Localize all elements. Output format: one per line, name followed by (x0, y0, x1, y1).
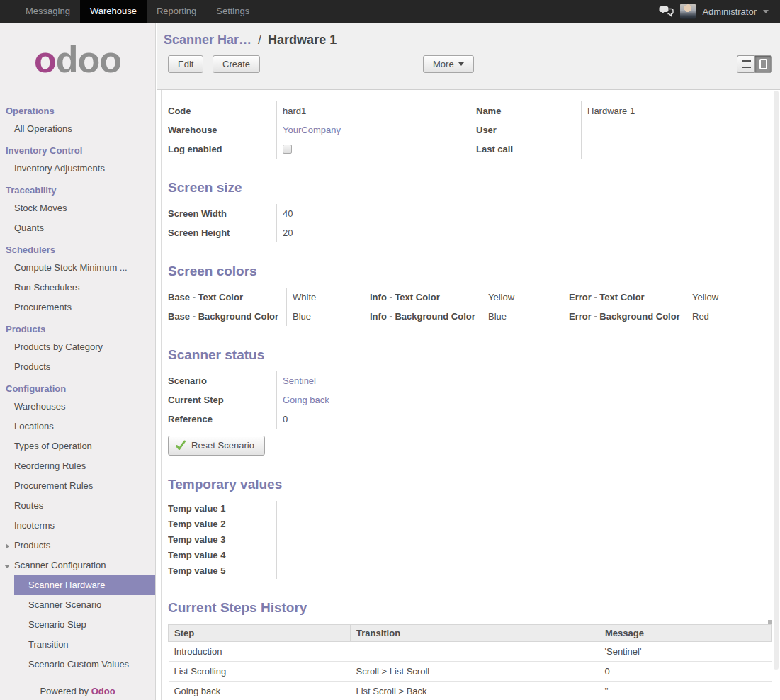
main-content: Scanner Har… / Hardware 1 Edit Create Mo… (157, 23, 780, 700)
menu-messaging[interactable]: Messaging (16, 0, 80, 23)
sidebar-item-routes[interactable]: Routes (0, 496, 155, 516)
table-row[interactable]: Going back List Scroll > Back '' (169, 682, 772, 700)
temp-value-4-value (276, 548, 531, 563)
screen-size-fields: Screen Width 40 Screen Height 20 (168, 204, 780, 242)
vertical-scrollbar[interactable] (774, 91, 779, 670)
sidebar-item-warehouses[interactable]: Warehouses (0, 397, 155, 417)
sidebar-item-inventory-adjustments[interactable]: Inventory Adjustments (0, 159, 155, 179)
sidebar-item-incoterms[interactable]: Incoterms (0, 516, 155, 536)
view-switcher (737, 55, 772, 73)
main-menu: Messaging Warehouse Reporting Settings (16, 0, 259, 23)
base-text-color-label: Base - Text Color (168, 288, 286, 307)
sidebar-item-locations[interactable]: Locations (0, 417, 155, 436)
sidebar-item-stock-moves[interactable]: Stock Moves (0, 198, 155, 218)
menu-reporting[interactable]: Reporting (147, 0, 206, 23)
user-avatar[interactable] (680, 4, 696, 19)
list-icon (742, 60, 751, 68)
temp-value-5-value (276, 563, 531, 579)
sidebar-item-products-by-category[interactable]: Products by Category (0, 337, 155, 357)
table-row[interactable]: Introduction 'Sentinel' (169, 642, 772, 662)
name-label: Name (476, 101, 581, 120)
edit-button[interactable]: Edit (168, 55, 203, 73)
button-row: Edit Create More (157, 55, 780, 74)
info-text-color-value: Yellow (482, 288, 569, 307)
sidebar-item-run-schedulers[interactable]: Run Schedulers (0, 278, 155, 298)
column-header-transition[interactable]: Transition (351, 625, 599, 642)
table-corner-handle (768, 620, 772, 624)
screen-width-label: Screen Width (168, 204, 276, 223)
history-table: Step Transition Message Introduction 'Se… (168, 624, 772, 700)
code-value: hard1 (276, 101, 476, 120)
cell-transition (351, 642, 599, 662)
create-button[interactable]: Create (213, 55, 260, 73)
reset-scenario-button[interactable]: Reset Scenario (168, 436, 265, 456)
warehouse-label: Warehouse (168, 120, 276, 140)
screen-width-value: 40 (276, 204, 531, 223)
sidebar-item-scenario-custom-values[interactable]: Scenario Custom Values (0, 655, 155, 674)
sidebar-item-scanner-configuration[interactable]: Scanner Configuration (0, 555, 155, 575)
breadcrumb-parent-link[interactable]: Scanner Har… (164, 33, 251, 47)
odoo-brand-link[interactable]: Odoo (91, 686, 115, 696)
sidebar-item-scanner-scenario[interactable]: Scanner Scenario (0, 595, 155, 615)
cell-message: 'Sentinel' (599, 642, 772, 662)
error-text-color-value: Yellow (686, 288, 764, 307)
sidebar-item-procurement-rules[interactable]: Procurement Rules (0, 476, 155, 496)
messaging-icon[interactable] (659, 6, 674, 17)
scenario-value-link[interactable]: Sentinel (283, 376, 316, 386)
sidebar-item-types-of-operation[interactable]: Types of Operation (0, 436, 155, 456)
topbar: Messaging Warehouse Reporting Settings A… (0, 0, 780, 23)
sidebar-item-scenario-step[interactable]: Scenario Step (0, 615, 155, 635)
menu-warehouse[interactable]: Warehouse (80, 0, 147, 23)
control-panel: Scanner Har… / Hardware 1 Edit Create Mo… (157, 23, 780, 90)
sidebar-section-inventory-control: Inventory Control (0, 139, 155, 159)
log-enabled-checkbox[interactable] (283, 145, 292, 154)
expand-right-icon[interactable] (6, 543, 9, 549)
reset-scenario-label: Reset Scenario (191, 440, 254, 451)
sidebar-item-procurements[interactable]: Procurements (0, 298, 155, 317)
temp-value-3-value (276, 532, 531, 548)
table-row[interactable]: List Scrolling Scroll > List Scroll 0 (169, 662, 772, 682)
section-title-screen-size: Screen size (168, 180, 780, 196)
sidebar-item-products[interactable]: Products (0, 357, 155, 377)
sidebar-item-quants[interactable]: Quants (0, 218, 155, 238)
section-title-scanner-status: Scanner status (168, 347, 780, 363)
more-button-label: More (433, 59, 454, 69)
code-label: Code (168, 101, 276, 120)
sidebar-item-all-operations[interactable]: All Operations (0, 119, 155, 139)
expand-down-icon[interactable] (4, 565, 10, 568)
user-menu-label[interactable]: Administrator (702, 6, 757, 17)
column-header-message[interactable]: Message (599, 625, 772, 642)
sidebar-section-schedulers: Schedulers (0, 238, 155, 258)
screen-colors-fields: Base - Text Color White Info - Text Colo… (168, 288, 764, 326)
sidebar-section-operations: Operations (0, 99, 155, 119)
temp-value-4-label: Temp value 4 (168, 548, 276, 563)
more-button[interactable]: More (423, 55, 474, 73)
sidebar-item-label: Products (14, 540, 50, 551)
cell-step: List Scrolling (169, 662, 351, 682)
breadcrumb: Scanner Har… / Hardware 1 (157, 33, 780, 52)
sidebar-item-products-tree[interactable]: Products (0, 536, 155, 555)
scenario-label: Scenario (168, 371, 276, 390)
topbar-right: Administrator (659, 4, 780, 19)
form-sheet: Code hard1 Name Hardware 1 Warehouse You… (161, 90, 780, 700)
list-view-button[interactable] (737, 55, 754, 73)
sidebar-item-transition[interactable]: Transition (0, 635, 155, 655)
sidebar: odoo Operations All Operations Inventory… (0, 23, 156, 700)
last-call-value (581, 140, 771, 159)
menu-settings[interactable]: Settings (206, 0, 259, 23)
sidebar-item-reordering-rules[interactable]: Reordering Rules (0, 456, 155, 476)
warehouse-value-link[interactable]: YourCompany (283, 125, 341, 135)
sidebar-item-compute-stock-minimum[interactable]: Compute Stock Minimum ... (0, 258, 155, 278)
odoo-logo-rest: doo (56, 39, 121, 80)
sidebar-item-scanner-hardware[interactable]: Scanner Hardware (14, 575, 155, 595)
breadcrumb-current: Hardware 1 (268, 33, 337, 47)
current-step-value-link[interactable]: Going back (283, 395, 329, 405)
current-step-label: Current Step (168, 390, 276, 410)
header-row: Step Transition Message (169, 625, 772, 642)
column-header-step[interactable]: Step (169, 625, 351, 642)
form-view-button[interactable] (754, 55, 772, 73)
odoo-logo-o: o (34, 39, 56, 80)
temp-value-1-label: Temp value 1 (168, 501, 276, 516)
name-value: Hardware 1 (581, 101, 771, 120)
chevron-down-icon (763, 10, 769, 13)
